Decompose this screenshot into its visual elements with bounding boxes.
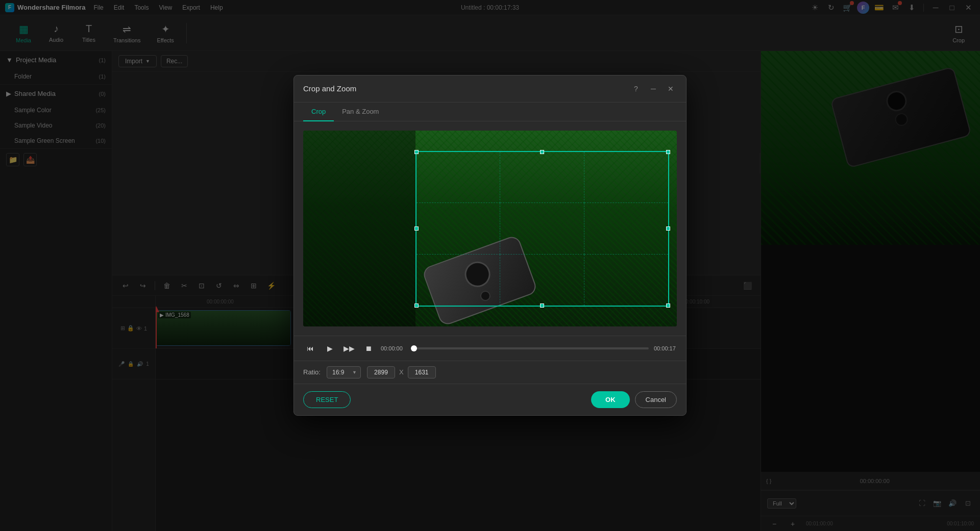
modal-header: Crop and Zoom ? ─ ✕ — [294, 75, 686, 103]
crop-selection-box[interactable] — [415, 151, 670, 307]
pb-stop-button[interactable]: ⏹ — [361, 341, 376, 356]
crop-handle-mr[interactable] — [666, 226, 670, 231]
pb-rewind-button[interactable]: ⏮ — [303, 341, 317, 356]
pb-progress-bar[interactable] — [414, 347, 649, 349]
crop-handle-bm[interactable] — [540, 304, 544, 308]
crop-handle-tr[interactable] — [666, 150, 670, 154]
dim-x-separator: X — [399, 368, 404, 376]
modal-tabs: Crop Pan & Zoom — [294, 103, 686, 121]
grid-cell-1 — [416, 152, 501, 204]
modal-minimize-button[interactable]: ─ — [647, 83, 659, 95]
ratio-select[interactable]: Free 16:9 4:3 1:1 9:16 — [327, 366, 361, 378]
footer-right-buttons: OK Cancel — [591, 391, 677, 408]
crop-handle-br[interactable] — [666, 304, 670, 308]
crop-handle-tm[interactable] — [540, 150, 544, 154]
crop-handle-ml[interactable] — [414, 226, 419, 231]
grid-cell-5 — [500, 203, 584, 255]
crop-handle-tl[interactable] — [414, 150, 419, 154]
crop-width-value[interactable]: 2899 — [367, 366, 395, 378]
modal-footer: RESET OK Cancel — [294, 384, 686, 415]
ratio-label: Ratio: — [303, 368, 321, 376]
modal-header-actions: ? ─ ✕ — [630, 83, 677, 95]
crop-video-bg — [303, 131, 677, 326]
tab-crop[interactable]: Crop — [303, 103, 334, 121]
pb-fastforward-button[interactable]: ▶▶ — [342, 341, 356, 356]
tab-pan-zoom[interactable]: Pan & Zoom — [334, 103, 387, 121]
modal-title: Crop and Zoom — [303, 84, 356, 93]
grid-cell-2 — [500, 152, 584, 204]
modal-help-button[interactable]: ? — [630, 83, 642, 95]
crop-preview-container — [294, 121, 686, 336]
grid-cell-4 — [416, 203, 501, 255]
ok-button[interactable]: OK — [591, 391, 630, 408]
grid-cell-6 — [584, 203, 669, 255]
grid-cell-8 — [500, 255, 584, 306]
crop-zoom-modal: Crop and Zoom ? ─ ✕ Crop Pan & Zoom — [293, 75, 687, 416]
grid-cell-9 — [584, 255, 669, 306]
crop-dark-overlay-left — [303, 131, 415, 326]
modal-close-button[interactable]: ✕ — [665, 83, 677, 95]
grid-cell-3 — [584, 152, 669, 204]
playback-bar: ⏮ ▶ ▶▶ ⏹ 00:00:00 00:00:17 — [294, 336, 686, 361]
reset-button[interactable]: RESET — [303, 391, 351, 408]
pb-time-start: 00:00:00 — [381, 345, 409, 351]
cancel-button[interactable]: Cancel — [635, 391, 677, 408]
ratio-select-wrapper: Free 16:9 4:3 1:1 9:16 ▼ — [327, 366, 361, 378]
pb-progress-thumb[interactable] — [411, 345, 417, 351]
ratio-row: Ratio: Free 16:9 4:3 1:1 9:16 ▼ 2899 X 1… — [294, 361, 686, 384]
crop-height-value[interactable]: 1631 — [408, 366, 436, 378]
grid-cell-7 — [416, 255, 501, 306]
ratio-dimensions: 2899 X 1631 — [367, 366, 436, 378]
modal-overlay: Crop and Zoom ? ─ ✕ Crop Pan & Zoom — [0, 0, 980, 531]
pb-play-button[interactable]: ▶ — [323, 341, 337, 356]
pb-time-end: 00:00:17 — [654, 345, 677, 351]
crop-handle-bl[interactable] — [414, 304, 419, 308]
